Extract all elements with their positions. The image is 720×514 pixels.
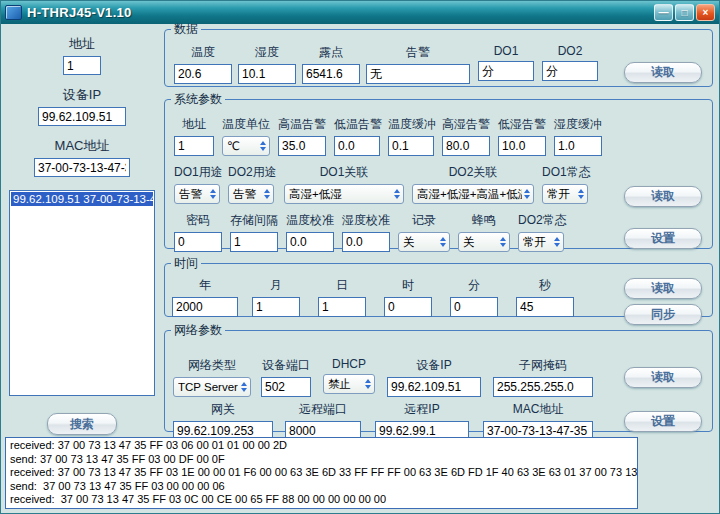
year-input[interactable]: [172, 297, 238, 317]
gateway-label: 网关: [173, 401, 273, 418]
high-humidity-alarm-input[interactable]: [442, 136, 490, 156]
alarm-input[interactable]: [366, 64, 470, 84]
do1-normal-state-field: DO1常态 常开: [542, 164, 588, 204]
minute-input[interactable]: [450, 297, 498, 317]
maximize-button[interactable]: □: [675, 4, 694, 21]
storage-interval-input[interactable]: [230, 232, 278, 252]
network-type-select[interactable]: TCP Server: [173, 377, 251, 397]
do2-usage-label: DO2用途: [228, 164, 274, 181]
humidity-calibration-input[interactable]: [342, 232, 390, 252]
buzzer-select[interactable]: 关: [458, 232, 510, 252]
system-set-button[interactable]: 设置: [624, 228, 702, 249]
subnet-mask-field: 子网掩码: [493, 357, 593, 397]
temperature-field: 温度: [174, 44, 232, 84]
humidity-input[interactable]: [238, 64, 296, 84]
dhcp-select[interactable]: 禁止: [323, 374, 375, 394]
alarm-field: 告警: [366, 44, 470, 84]
second-input[interactable]: [516, 297, 574, 317]
password-field: 密码: [174, 212, 222, 252]
log-line: received: 37 00 73 13 47 35 FF 03 0C 00 …: [10, 493, 633, 507]
app-icon: [5, 5, 22, 20]
time-read-button[interactable]: 读取: [624, 278, 702, 299]
record-value: 关: [403, 235, 438, 250]
humidity-buffer-input[interactable]: [554, 136, 602, 156]
device-ip-input[interactable]: [38, 107, 126, 126]
day-label: 日: [318, 277, 366, 294]
humidity-label: 湿度: [238, 44, 296, 61]
network-type-label: 网络类型: [173, 357, 251, 374]
do2-association-value: 高湿+低湿+高温+低温: [417, 187, 522, 202]
net-mac-address-label: MAC地址: [483, 401, 593, 418]
do1-input[interactable]: [478, 61, 534, 81]
do2-input[interactable]: [542, 61, 598, 81]
do1-association-select[interactable]: 高湿+低湿: [284, 184, 404, 204]
updown-arrows-icon: [578, 189, 584, 199]
temperature-input[interactable]: [174, 64, 232, 84]
hour-input[interactable]: [384, 297, 432, 317]
updown-arrows-icon: [440, 237, 446, 247]
do2-association-label: DO2关联: [412, 164, 534, 181]
buzzer-label: 蜂鸣: [458, 212, 510, 229]
remote-port-field: 远程端口: [285, 401, 361, 441]
sys-address-label: 地址: [174, 116, 214, 133]
do2-normal-state-field: DO2常态 常开: [518, 212, 564, 252]
device-ip-label: 设备IP: [3, 86, 161, 104]
low-humidity-alarm-input[interactable]: [498, 136, 546, 156]
data-read-button[interactable]: 读取: [624, 62, 702, 83]
do1-field: DO1: [478, 44, 534, 81]
do2-usage-value: 告警: [233, 187, 262, 202]
minute-field: 分: [450, 277, 498, 317]
do2-normal-state-label: DO2常态: [518, 212, 564, 229]
device-panel: 地址 设备IP MAC地址 99.62.109.51 37-00-73-13-4…: [3, 27, 161, 435]
network-read-button[interactable]: 读取: [624, 367, 702, 388]
updown-arrows-icon: [264, 189, 270, 199]
mac-address-label: MAC地址: [3, 137, 161, 155]
temp-calibration-input[interactable]: [286, 232, 334, 252]
dhcp-field: DHCP 禁止: [323, 357, 375, 394]
network-type-value: TCP Server: [178, 381, 239, 393]
search-button[interactable]: 搜索: [47, 413, 117, 435]
do2-usage-select[interactable]: 告警: [228, 184, 274, 204]
high-humidity-alarm-field: 高湿告警: [442, 116, 490, 156]
do1-usage-label: DO1用途: [174, 164, 220, 181]
device-port-input[interactable]: [261, 377, 311, 397]
password-input[interactable]: [174, 232, 222, 252]
day-field: 日: [318, 277, 366, 317]
minute-label: 分: [450, 277, 498, 294]
record-select[interactable]: 关: [398, 232, 450, 252]
address-label: 地址: [3, 35, 161, 53]
record-field: 记录 关: [398, 212, 450, 252]
list-item[interactable]: 99.62.109.51 37-00-73-13-47-35: [11, 192, 153, 206]
net-device-ip-label: 设备IP: [387, 357, 481, 374]
temp-buffer-input[interactable]: [388, 136, 434, 156]
humidity-field: 湿度: [238, 44, 296, 84]
do2-association-select[interactable]: 高湿+低湿+高温+低温: [412, 184, 534, 204]
mac-address-input[interactable]: [34, 158, 130, 177]
temp-unit-field: 温度单位 ℃: [222, 116, 270, 156]
log-line: received: 37 00 73 13 47 35 FF 03 06 00 …: [10, 439, 633, 453]
system-read-button[interactable]: 读取: [624, 186, 702, 207]
close-button[interactable]: ×: [696, 4, 715, 21]
do2-normal-state-select[interactable]: 常开: [518, 232, 564, 252]
minimize-button[interactable]: —: [654, 4, 673, 21]
time-group: 时间 年 月 日 时 分 秒: [164, 255, 713, 317]
day-input[interactable]: [318, 297, 366, 317]
month-input[interactable]: [252, 297, 300, 317]
comm-log[interactable]: received: 37 00 73 13 47 35 FF 03 06 00 …: [5, 437, 638, 509]
do1-normal-state-select[interactable]: 常开: [542, 184, 588, 204]
high-temp-alarm-input[interactable]: [278, 136, 326, 156]
device-listbox[interactable]: 99.62.109.51 37-00-73-13-47-35: [9, 190, 155, 396]
address-input[interactable]: [63, 56, 101, 75]
do1-usage-select[interactable]: 告警: [174, 184, 220, 204]
dew-point-input[interactable]: [302, 64, 360, 84]
temp-unit-select[interactable]: ℃: [222, 136, 270, 156]
sys-address-input[interactable]: [174, 136, 214, 156]
subnet-mask-input[interactable]: [493, 377, 593, 397]
net-device-ip-input[interactable]: [387, 377, 481, 397]
data-group: 数据 温度 湿度 露点 告警 DO1 DO2: [164, 21, 713, 87]
network-set-button[interactable]: 设置: [624, 411, 702, 432]
high-humidity-alarm-label: 高湿告警: [442, 116, 490, 133]
low-temp-alarm-input[interactable]: [334, 136, 380, 156]
temp-buffer-label: 温度缓冲: [388, 116, 434, 133]
device-port-field: 设备端口: [261, 357, 311, 397]
